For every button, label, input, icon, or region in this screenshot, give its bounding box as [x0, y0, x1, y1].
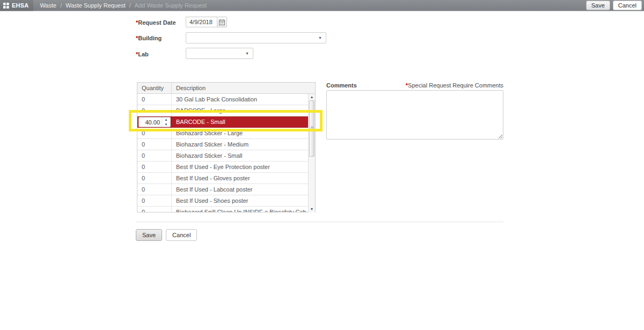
supply-table: Quantity Description 0 30 Gal Lab Pack C… — [137, 82, 316, 212]
request-date-label: *Request Date — [136, 19, 176, 26]
quantity-cell[interactable]: 0 — [137, 150, 172, 161]
description-cell: Best If Used - Labcoat poster — [172, 184, 309, 195]
breadcrumb-waste-supply-request[interactable]: Waste Supply Request — [65, 2, 125, 9]
breadcrumb-waste[interactable]: Waste — [40, 2, 56, 9]
chevron-down-icon: ▼ — [318, 36, 326, 40]
app-logo-text: EHSA — [12, 2, 28, 9]
description-cell: Biohazard Sticker - Large — [172, 128, 309, 138]
description-cell: Best If Used - Gloves poster — [172, 173, 309, 184]
building-select[interactable]: ▼ — [186, 32, 326, 43]
quantity-cell[interactable]: 0 — [137, 173, 172, 184]
description-cell: BARCODE - Large — [172, 105, 309, 116]
quantity-cell[interactable]: ▲ ▼ — [137, 116, 172, 127]
grid-icon — [3, 3, 9, 9]
calendar-icon — [219, 19, 225, 25]
lab-select[interactable]: ▼ — [186, 48, 253, 59]
topbar-save-button[interactable]: Save — [586, 1, 610, 10]
table-scrollbar[interactable]: ▲ ▼ — [308, 94, 315, 212]
topbar-actions: Save Cancel — [586, 1, 644, 10]
quantity-cell[interactable]: 0 — [137, 162, 172, 172]
description-cell: Best If Used - Eye Protection poster — [172, 162, 309, 172]
quantity-cell[interactable]: 0 — [137, 207, 172, 212]
top-bar: EHSA Waste / Waste Supply Request / Add … — [0, 0, 644, 11]
calendar-button[interactable] — [217, 17, 227, 27]
quantity-cell[interactable]: 0 — [137, 184, 172, 195]
quantity-cell[interactable]: 0 — [137, 139, 172, 150]
quantity-column-header: Quantity — [137, 83, 172, 93]
supply-table-body: 0 30 Gal Lab Pack Consolidation 0 BARCOD… — [137, 94, 309, 212]
table-row[interactable]: 0 Best If Used - Eye Protection poster — [137, 162, 309, 173]
description-column-header: Description — [172, 83, 315, 93]
supply-table-header: Quantity Description — [137, 83, 315, 94]
table-row[interactable]: 0 Best If Used - Labcoat poster — [137, 184, 309, 195]
breadcrumb-separator: / — [129, 2, 131, 9]
footer-actions: Save Cancel — [136, 229, 197, 241]
quantity-cell[interactable]: 0 — [137, 105, 172, 116]
topbar-cancel-button[interactable]: Cancel — [613, 1, 642, 10]
footer-divider — [136, 222, 503, 222]
quantity-cell[interactable]: 0 — [137, 94, 172, 105]
cancel-button[interactable]: Cancel — [166, 229, 197, 241]
spinner-up-icon[interactable]: ▲ — [162, 118, 170, 122]
comments-textarea[interactable] — [326, 90, 503, 140]
description-cell: BARCODE - Small — [172, 116, 309, 127]
table-row[interactable]: 0 Best If Used - Shoes poster — [137, 195, 309, 207]
breadcrumb-separator: / — [60, 2, 62, 9]
description-cell: Biohazard Sticker - Small — [172, 150, 309, 161]
request-date-group — [186, 17, 227, 27]
chevron-down-icon: ▼ — [245, 52, 253, 55]
comments-required-note: *Special Request Require Comments — [326, 82, 503, 89]
quantity-input[interactable] — [139, 118, 162, 127]
scroll-up-icon[interactable]: ▲ — [309, 94, 315, 100]
quantity-editor: ▲ ▼ — [138, 117, 171, 127]
table-row[interactable]: 0 30 Gal Lab Pack Consolidation — [137, 94, 309, 105]
description-cell: Best If Used - Shoes poster — [172, 195, 309, 206]
table-row[interactable]: 0 Biohazard Sticker - Medium — [137, 139, 309, 150]
scroll-down-icon[interactable]: ▼ — [309, 206, 315, 212]
table-row[interactable]: 0 Biohazard Sticker - Large — [137, 128, 309, 139]
quantity-cell[interactable]: 0 — [137, 128, 172, 138]
table-row[interactable]: 0 BARCODE - Large — [137, 105, 309, 116]
request-date-input[interactable] — [186, 17, 217, 27]
building-label: *Building — [136, 35, 162, 41]
save-button[interactable]: Save — [136, 229, 162, 241]
breadcrumb-current-page: Add Waste Supply Request — [135, 2, 207, 9]
description-cell: Biohazard Sticker - Medium — [172, 139, 309, 150]
breadcrumb: Waste / Waste Supply Request / Add Waste… — [40, 2, 207, 9]
quantity-cell[interactable]: 0 — [137, 195, 172, 206]
table-row[interactable]: 0 Biohazard Spill Clean Up INSIDE a Bios… — [137, 207, 309, 212]
table-row[interactable]: ▲ ▼ BARCODE - Small — [137, 116, 309, 128]
scrollbar-grip — [311, 127, 313, 130]
description-cell: 30 Gal Lab Pack Consolidation — [172, 94, 309, 105]
lab-label: *Lab — [136, 51, 149, 57]
scrollbar-thumb[interactable] — [309, 100, 314, 157]
quantity-spinner: ▲ ▼ — [162, 118, 170, 127]
table-row[interactable]: 0 Biohazard Sticker - Small — [137, 150, 309, 162]
app-logo[interactable]: EHSA — [0, 0, 33, 11]
table-row[interactable]: 0 Best If Used - Gloves poster — [137, 173, 309, 184]
description-cell: Biohazard Spill Clean Up INSIDE a Biosaf… — [172, 207, 309, 212]
spinner-down-icon[interactable]: ▼ — [162, 122, 170, 127]
